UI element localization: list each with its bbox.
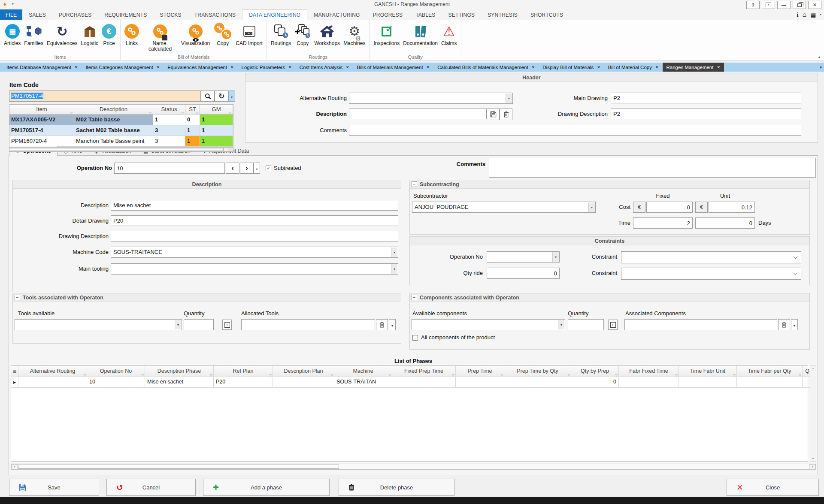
qty-ride-input[interactable] [487,268,560,279]
ribbon-button-inspections[interactable]: ✓ Inspections [372,21,401,47]
menu-tab-transactions[interactable]: TRANSACTIONS [188,9,242,20]
doc-tab-display-bom[interactable]: Display Bill of Materials✕ [539,63,604,72]
close-form-button[interactable]: ✕ Close [727,479,819,496]
tab-list-dropdown-icon[interactable]: ▾ [820,65,822,69]
delete-phase-button[interactable]: Delete phase [339,479,454,496]
associated-components-dropdown[interactable] [791,319,798,330]
menu-tab-progress[interactable]: PROGRESS [367,9,409,20]
item-code-search-input[interactable]: PM170517-4 [9,91,201,102]
next-operation-button[interactable]: › [240,163,254,174]
filter-icon[interactable] [196,108,198,115]
ribbon-button-price[interactable]: € Price [100,21,118,47]
close-tab-icon[interactable]: ✕ [288,65,292,69]
add-tool-button[interactable]: + [222,320,232,330]
all-components-checkbox[interactable] [412,335,418,341]
menu-tab-file[interactable]: FILE [0,9,22,20]
ribbon-button-claims[interactable]: ⚠ Claims [439,21,459,47]
filter-icon[interactable] [501,369,503,377]
remove-tool-button[interactable] [376,319,388,330]
add-phase-button[interactable]: + Add a phase [203,479,330,496]
menu-tab-tables[interactable]: TABLES [409,9,442,20]
available-components-select[interactable] [412,319,565,330]
menu-tab-shortcuts[interactable]: SHORTCUTS [524,9,570,20]
filter-icon[interactable] [149,108,151,115]
phases-col-prep-time-by-qty[interactable]: Prep Time by Qty [504,366,571,377]
menu-tab-purchases[interactable]: PURCHASES [52,9,98,20]
close-tab-icon[interactable]: ✕ [157,65,160,69]
refresh-button[interactable]: ↻ [215,91,228,102]
filter-icon[interactable] [331,369,333,377]
filter-icon[interactable] [182,108,184,115]
phases-col-machine[interactable]: Machine [334,366,392,377]
doc-tab-equivalences[interactable]: Equivalences Management✕ [164,63,237,72]
constraint-select-2[interactable] [621,268,801,280]
pin-button[interactable]: ↑ [762,1,775,9]
phases-col-fabr-fixed-time[interactable]: Fabr Fixed Time [619,366,679,377]
tools-quantity-input[interactable] [184,319,214,330]
remove-component-button[interactable] [778,319,790,330]
filter-icon[interactable] [568,369,570,377]
cancel-button[interactable]: ↺ Cancel [106,479,196,496]
scrollbar-grip[interactable] [228,148,233,151]
subcontractor-select[interactable]: ANJOU_POUDRAGE [412,202,596,213]
save-button[interactable]: Save [9,479,99,496]
doc-tab-bom-copy[interactable]: Bill of Material Copy✕ [604,63,663,72]
menu-tab-stocks[interactable]: STOCKS [153,9,188,20]
phases-col-operation-no[interactable]: Operation No [87,366,145,377]
dropdown-arrow-icon[interactable] [175,320,181,329]
grid-header-status[interactable]: Status [153,105,185,115]
close-tab-icon[interactable]: ✕ [230,65,234,69]
ribbon-button-links[interactable]: Links [123,21,141,47]
ribbon-button-machines[interactable]: ⚙⚙ Machines [342,21,367,47]
help-button[interactable]: ? [746,1,760,9]
doc-tab-ranges-management[interactable]: Ranges Management✕ [663,63,724,72]
filter-icon[interactable] [84,369,86,377]
grid-header-gm[interactable]: GM [200,105,233,115]
operation-no-input[interactable] [114,163,225,174]
close-tab-icon[interactable]: ✕ [346,65,349,69]
scroll-down-icon[interactable]: ▾ [810,457,816,460]
grid-row[interactable]: PM170517-4 Sachet M02 Table basse 3 1 1 [9,125,233,136]
close-tab-icon[interactable]: ✕ [717,65,720,69]
filter-icon[interactable] [452,369,454,377]
add-component-button[interactable]: + [608,320,618,330]
doc-tab-logistic-parameters[interactable]: Logistic Parameters✕ [237,63,295,72]
phases-col-prep-time[interactable]: Prep Time [456,366,504,377]
filter-icon[interactable] [142,369,144,377]
description-input[interactable] [111,200,398,211]
minimize-button[interactable]: — [777,1,791,9]
filter-icon[interactable] [389,369,391,377]
filter-icon[interactable] [676,369,678,377]
ribbon-button-name-calculated[interactable]: Name. calculated [141,21,179,52]
ribbon-button-copy-routing[interactable]: Copy [293,21,312,47]
cost-unit-input[interactable] [709,202,755,213]
doc-tab-items-categories[interactable]: Items Categories Management✕ [82,63,164,72]
close-tab-icon[interactable]: ✕ [597,65,600,69]
ribbon-button-copy-bom[interactable]: Copy [212,21,234,47]
restore-button[interactable] [793,1,806,9]
scroll-up-icon[interactable]: ▴ [810,367,816,370]
operation-dropdown-button[interactable] [254,163,260,174]
phases-vscrollbar[interactable]: ▴ ▾ [810,365,816,462]
ribbon-button-visualization[interactable]: Visualization [179,21,212,47]
item-grid-hscrollbar[interactable] [9,147,233,152]
phases-col-alternative-routing[interactable]: Alternative Routing [18,366,87,377]
allocated-tools-input[interactable] [241,319,375,330]
allocated-tools-dropdown[interactable] [389,319,396,330]
info-icon[interactable]: i [797,11,798,18]
close-button[interactable]: ✕ [808,1,821,9]
alternative-routing-select[interactable] [349,93,513,104]
doc-tab-items-database[interactable]: Items Database Management✕ [3,63,82,72]
main-tooling-select[interactable] [111,263,398,275]
ribbon-button-logistic[interactable]: Logistic [79,21,100,47]
menu-tab-settings[interactable]: SETTINGS [442,9,482,20]
phases-hscrollbar[interactable]: ‹ › [11,464,816,470]
ribbon-button-equivalences[interactable]: ↻ Equivalences [45,21,79,47]
menu-tab-synthesis[interactable]: SYNTHESIS [481,9,524,20]
header-description-input[interactable] [349,109,487,119]
dropdown-arrow-icon[interactable] [391,264,397,274]
subtreated-checkbox[interactable] [266,166,271,171]
menu-tab-manufacturing[interactable]: MANUFACTURING [307,9,366,20]
constraint-operation-no-select[interactable] [487,251,560,263]
op-drawing-description-input[interactable] [111,231,398,241]
